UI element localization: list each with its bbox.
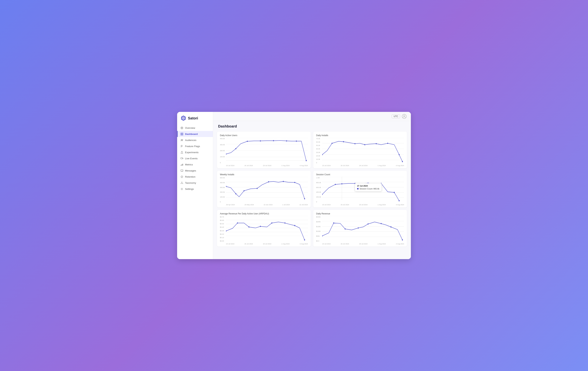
svg-point-51 xyxy=(387,143,388,144)
dashboard-icon xyxy=(180,132,183,135)
svg-rect-12 xyxy=(182,134,183,135)
retention-icon xyxy=(180,175,183,178)
chart-title-arpdau: Average Revenue Per Daily Active User (A… xyxy=(220,212,308,215)
sidebar-item-audiences[interactable]: Audiences xyxy=(177,137,213,143)
sidebar-label-live-events: Live Events xyxy=(185,157,198,160)
sidebar-label-feature-flags: Feature Flags xyxy=(185,145,200,148)
svg-point-64 xyxy=(283,181,284,182)
svg-point-79 xyxy=(394,192,395,193)
x-labels-di: 23 Jul 202426 Jul 202429 Jul 20241 Aug 2… xyxy=(322,165,404,166)
chart-inner-dau xyxy=(226,138,308,164)
top-bar: UTC xyxy=(213,112,411,121)
chart-inner-arpdau xyxy=(226,216,308,242)
svg-point-26 xyxy=(403,115,405,117)
sidebar-label-experiments: Experiments xyxy=(185,151,199,154)
svg-point-48 xyxy=(354,143,355,144)
chart-inner-wi xyxy=(226,177,308,203)
logo-icon xyxy=(180,115,187,121)
svg-point-32 xyxy=(226,153,227,155)
experiments-icon xyxy=(180,151,183,154)
user-icon[interactable] xyxy=(402,114,407,119)
x-labels-dau: 23 Jul 202426 Jul 202429 Jul 20241 Aug 2… xyxy=(226,165,308,166)
chart-area-dau: 0100.0k200.0k300.0k400.0k xyxy=(220,138,308,166)
main-content: UTC Dashboard Daily Active Users 0100.0k… xyxy=(213,112,411,259)
sidebar-item-feature-flags[interactable]: Feature Flags xyxy=(177,143,213,149)
chart-daily-revenue: Daily Revenue $0.0$50k$100k$150k$200k$25… xyxy=(313,210,407,247)
svg-point-66 xyxy=(304,198,305,200)
chart-area-arpdau: $0.00$0.10$0.20$0.30$0.40$0.50$0.60$0.70 xyxy=(220,216,308,245)
sidebar-item-overview[interactable]: Overview xyxy=(177,125,213,131)
y-labels-dr: $0.0$50k$100k$150k$200k$250k xyxy=(316,216,322,245)
svg-rect-11 xyxy=(181,134,182,135)
svg-point-76 xyxy=(354,183,355,184)
svg-point-63 xyxy=(268,181,269,182)
svg-point-91 xyxy=(271,222,272,224)
timezone-badge[interactable]: UTC xyxy=(392,114,400,118)
sidebar-item-dashboard[interactable]: Dashboard xyxy=(177,131,213,137)
y-labels-di: 010.0k20.0k30.0k40.0k50.0k60.0k70.0k xyxy=(316,138,322,166)
sidebar-label-settings: Settings xyxy=(185,188,194,190)
sidebar: Satori Overview Dashboard Audiences Fe xyxy=(177,112,213,259)
svg-point-88 xyxy=(237,222,238,224)
y-labels-arpdau: $0.00$0.10$0.20$0.30$0.40$0.50$0.60$0.70 xyxy=(220,216,226,245)
svg-point-100 xyxy=(322,235,323,237)
svg-point-60 xyxy=(235,193,236,194)
sidebar-item-metrics[interactable]: Metrics xyxy=(177,161,213,168)
app-name: Satori xyxy=(188,116,198,120)
chart-area-sc: 0200.0k400.0k600.0k800.0k1.0M xyxy=(316,177,404,206)
live-icon xyxy=(180,157,183,160)
svg-point-24 xyxy=(181,189,182,189)
charts-grid: Daily Active Users 0100.0k200.0k300.0k40… xyxy=(213,130,411,251)
svg-rect-16 xyxy=(181,158,182,159)
svg-point-92 xyxy=(284,222,285,224)
sidebar-item-messages[interactable]: Messages xyxy=(177,168,213,174)
svg-rect-18 xyxy=(182,164,182,166)
sidebar-item-experiments[interactable]: Experiments xyxy=(177,149,213,155)
metrics-icon xyxy=(180,163,183,166)
svg-point-90 xyxy=(260,226,261,227)
chart-title-dau: Daily Active Users xyxy=(220,134,308,137)
svg-point-21 xyxy=(182,182,182,182)
audiences-icon xyxy=(180,139,183,141)
svg-point-36 xyxy=(273,140,274,141)
svg-point-77 xyxy=(368,183,368,184)
svg-point-47 xyxy=(343,141,344,142)
x-labels-dr: 23 Jul 202426 Jul 202429 Jul 20241 Aug 2… xyxy=(322,243,404,245)
svg-point-93 xyxy=(294,225,295,226)
page-header: Dashboard xyxy=(213,121,411,130)
svg-point-106 xyxy=(390,226,391,228)
flags-icon xyxy=(180,145,183,148)
sidebar-label-taxonomy: Taxonomy xyxy=(185,181,196,184)
svg-point-38 xyxy=(296,140,297,142)
chart-area-wi: 0100.0k200.0k300.0k400.0k500.0k xyxy=(220,177,308,206)
svg-point-2 xyxy=(183,118,184,119)
sidebar-item-live-events[interactable]: Live Events xyxy=(177,155,213,161)
chart-title-di: Daily Installs xyxy=(316,134,404,137)
chart-weekly-installs: Weekly Installs 0100.0k200.0k300.0k400.0… xyxy=(217,171,311,207)
x-labels-sc: 23 Jul 202426 Jul 202429 Jul 20241 Aug 2… xyxy=(322,204,404,206)
chart-area-di: 010.0k20.0k30.0k40.0k50.0k60.0k70.0k xyxy=(316,138,404,166)
sidebar-label-messages: Messages xyxy=(185,169,196,172)
chart-area-dr: $0.0$50k$100k$150k$200k$250k xyxy=(316,216,404,245)
y-labels-dau: 0100.0k200.0k300.0k400.0k xyxy=(220,138,226,166)
svg-rect-9 xyxy=(181,133,182,134)
x-labels-wi: 29 Apr 202420 May 202410 Jun 20241 Jul 2… xyxy=(226,204,308,206)
svg-point-105 xyxy=(381,223,382,224)
sidebar-label-dashboard: Dashboard xyxy=(185,133,198,135)
sidebar-item-retention[interactable]: Retention xyxy=(177,174,213,180)
sidebar-item-taxonomy[interactable]: Taxonomy xyxy=(177,180,213,186)
svg-point-8 xyxy=(181,128,182,128)
svg-point-74 xyxy=(335,184,336,185)
svg-point-78 xyxy=(381,183,382,184)
svg-rect-17 xyxy=(181,165,181,166)
svg-point-62 xyxy=(257,188,258,189)
svg-point-89 xyxy=(249,226,249,228)
sidebar-label-audiences: Audiences xyxy=(185,139,196,141)
svg-point-49 xyxy=(364,144,365,145)
chart-title-wi: Weekly Installs xyxy=(220,173,308,176)
sidebar-item-settings[interactable]: Settings xyxy=(177,186,213,192)
chart-inner-sc xyxy=(322,177,404,203)
settings-icon xyxy=(180,188,183,190)
svg-point-39 xyxy=(306,160,307,161)
sidebar-label-overview: Overview xyxy=(185,127,195,129)
